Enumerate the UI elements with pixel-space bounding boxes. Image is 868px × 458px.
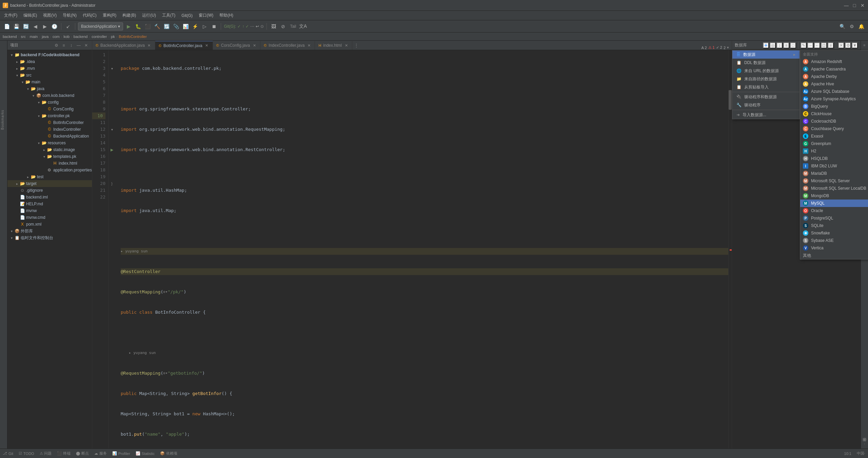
- notifications-button[interactable]: 🔔: [857, 22, 865, 30]
- tab-index-controller[interactable]: © IndexController.java ✕: [260, 41, 315, 50]
- tab-cors-config[interactable]: © CorsConfig.java ✕: [213, 41, 260, 50]
- tree-item-controller-pk[interactable]: ▾ 📂 controller.pk: [7, 112, 92, 119]
- ds-mssql-local[interactable]: M Microsoft SQL Server LocalDB: [800, 185, 868, 192]
- breadcrumb-pk[interactable]: pk: [111, 35, 115, 39]
- tree-item-static[interactable]: ▸ 📂 static.image: [7, 146, 92, 153]
- db-forward-button[interactable]: →: [807, 42, 813, 48]
- ds-other[interactable]: 其他 ▸: [800, 252, 868, 259]
- db-more-button[interactable]: ≡: [828, 42, 834, 48]
- ds-oracle[interactable]: O Oracle: [800, 207, 868, 214]
- back-button[interactable]: ◀: [31, 22, 39, 30]
- ds-mysql[interactable]: M MySQL: [800, 200, 868, 207]
- menu-build[interactable]: 构建(B): [120, 12, 139, 19]
- tree-root[interactable]: ▾ 📁 backend F:\Code\kob\backend: [7, 51, 92, 58]
- db-layout-button[interactable]: ↕: [776, 42, 783, 48]
- reload-button[interactable]: 🔃: [162, 22, 171, 30]
- ds-sybase[interactable]: S Sybase ASE: [800, 237, 868, 244]
- ds-apache-cassandra[interactable]: A Apache Cassandra: [800, 65, 868, 73]
- panel-settings-icon[interactable]: ⚙: [53, 42, 59, 48]
- tree-item-help-md[interactable]: ▸ 📝 HELP.md: [7, 201, 92, 207]
- tab-close-cors[interactable]: ✕: [252, 43, 257, 48]
- ds-sqlite[interactable]: S SQLite: [800, 222, 868, 229]
- ds-azure-sql[interactable]: Az Azure SQL Database: [800, 88, 868, 95]
- maximize-button[interactable]: □: [852, 3, 857, 8]
- mini-scrollbar[interactable]: [728, 50, 732, 449]
- status-terminal[interactable]: ⬛ 终端: [57, 451, 71, 456]
- menu-navigate[interactable]: 导航(N): [60, 12, 79, 19]
- breadcrumb-java[interactable]: java: [42, 35, 48, 39]
- minimize-button[interactable]: —: [844, 3, 849, 8]
- commit-button[interactable]: 🖼: [270, 22, 278, 30]
- translate-button[interactable]: 文A: [299, 22, 307, 30]
- play2-button[interactable]: ▷: [200, 22, 209, 30]
- status-profiler[interactable]: 📊 Profiler: [112, 451, 130, 456]
- tree-item-scratch[interactable]: ▾ 📋 临时文件和控制台: [7, 234, 92, 241]
- status-todo[interactable]: ☑ TODO: [19, 451, 34, 456]
- stop-button[interactable]: ⬛: [143, 22, 152, 30]
- tree-item-backend-app[interactable]: ▸ © BackendApplication: [7, 133, 92, 140]
- project-selector[interactable]: BackendApplication ▾: [78, 22, 123, 30]
- db-edit-button[interactable]: ✎: [801, 42, 807, 48]
- db-view-button[interactable]: □: [790, 42, 796, 48]
- debug-button[interactable]: 🐛: [134, 22, 142, 30]
- build-button[interactable]: 🔨: [153, 22, 161, 30]
- menu-item-ddl[interactable]: 📋 DDL 数据源: [732, 59, 800, 67]
- menu-window[interactable]: 窗口(W): [196, 12, 216, 19]
- fold-icon-3[interactable]: ▾: [108, 65, 115, 72]
- ds-hsqldb[interactable]: H HSQLDB: [800, 155, 868, 162]
- breadcrumb-com[interactable]: com: [53, 35, 60, 39]
- code-editor[interactable]: 1 2 3 4 5 6 7 8 9 10 11 12 13 14 15 16 1…: [92, 50, 732, 449]
- tree-item-corsconfig[interactable]: ▸ © CorsConfig: [7, 106, 92, 112]
- code-content[interactable]: package com.kob.backend.controller.pk; i…: [115, 50, 732, 449]
- status-statistic[interactable]: 📈 Statistic: [136, 451, 155, 456]
- menu-item-drivers-ds[interactable]: 🔌 驱动程序和数据源: [732, 93, 800, 101]
- status-dependencies[interactable]: 📦 依赖项: [160, 451, 177, 456]
- db-sync-button[interactable]: ⊡: [821, 42, 827, 48]
- attach-button[interactable]: 📎: [172, 22, 180, 30]
- db-back-button[interactable]: ←: [814, 42, 820, 48]
- db-filter2-button[interactable]: ▼: [852, 42, 858, 48]
- tree-item-main[interactable]: ▾ 📂 main: [7, 79, 92, 85]
- tree-item-mvnw-cmd[interactable]: ▸ 📄 mvnw.cmd: [7, 214, 92, 221]
- history-button[interactable]: 🕐: [50, 22, 58, 30]
- ds-apache-hive[interactable]: A Apache Hive: [800, 80, 868, 88]
- tree-item-html[interactable]: ▸ H index.html: [7, 160, 92, 167]
- ds-couchbase[interactable]: C Couchbase Query: [800, 125, 868, 132]
- menu-file[interactable]: 文件(F): [1, 12, 20, 19]
- tab-botinfo-controller[interactable]: © BotInfoController.java ✕: [155, 41, 213, 50]
- tree-item-target[interactable]: ▸ 📂 target: [7, 180, 92, 187]
- tree-item-app-props[interactable]: ▸ ⚙ application.properties: [7, 167, 92, 173]
- tree-item-java[interactable]: ▾ 📂 java: [7, 85, 92, 92]
- tree-item-test[interactable]: ▸ 📂 test: [7, 173, 92, 180]
- profile-button[interactable]: ⚡: [191, 22, 199, 30]
- ds-apache-derby[interactable]: A Apache Derby: [800, 73, 868, 80]
- settings-button[interactable]: ⚙: [848, 22, 856, 30]
- panel-layout-icon[interactable]: ≡: [61, 42, 67, 48]
- tab-close-backend-app[interactable]: ✕: [147, 43, 152, 48]
- ds-ibm-db2[interactable]: I IBM Db2 LUW: [800, 162, 868, 170]
- menu-item-path-datasource[interactable]: 📁 来自路径的数据源: [732, 75, 800, 83]
- tree-item-gitignore[interactable]: ▸ ⊙ .gitignore: [7, 187, 92, 194]
- menu-run[interactable]: 运行(U): [139, 12, 159, 19]
- tree-item-resources[interactable]: ▾ 📂 resources: [7, 140, 92, 146]
- tab-backend-application[interactable]: © BackendApplication.java ✕: [92, 41, 155, 50]
- ds-amazon-redshift[interactable]: A Amazon Redshift: [800, 58, 868, 65]
- run-button[interactable]: ▶: [124, 22, 133, 30]
- breadcrumb-backend[interactable]: backend: [3, 35, 17, 39]
- status-git[interactable]: ⎇ Git: [3, 451, 13, 456]
- sync-button[interactable]: 🔄: [22, 22, 30, 30]
- tree-item-src[interactable]: ▾ 📂 src: [7, 72, 92, 79]
- menu-tools[interactable]: 工具(T): [159, 12, 178, 19]
- db-close-button[interactable]: ✕: [838, 42, 844, 48]
- ds-cockroachdb[interactable]: C CockroachDB: [800, 118, 868, 125]
- ds-exasol[interactable]: E Exasol: [800, 132, 868, 140]
- forward-button[interactable]: ▶: [41, 22, 49, 30]
- db-settings-button[interactable]: ⚙: [845, 42, 851, 48]
- ds-azure-synapse[interactable]: Az Azure Synapse Analytics: [800, 95, 868, 103]
- window-controls[interactable]: — □ ✕: [844, 3, 865, 8]
- new-file-button[interactable]: 📄: [3, 22, 11, 30]
- fold-icon-12[interactable]: ▾: [108, 126, 115, 133]
- ds-mssql[interactable]: M Microsoft SQL Server: [800, 177, 868, 185]
- db-refresh-button[interactable]: ◎: [770, 42, 776, 48]
- tree-item-index-ctrl[interactable]: ▸ © IndexController: [7, 126, 92, 133]
